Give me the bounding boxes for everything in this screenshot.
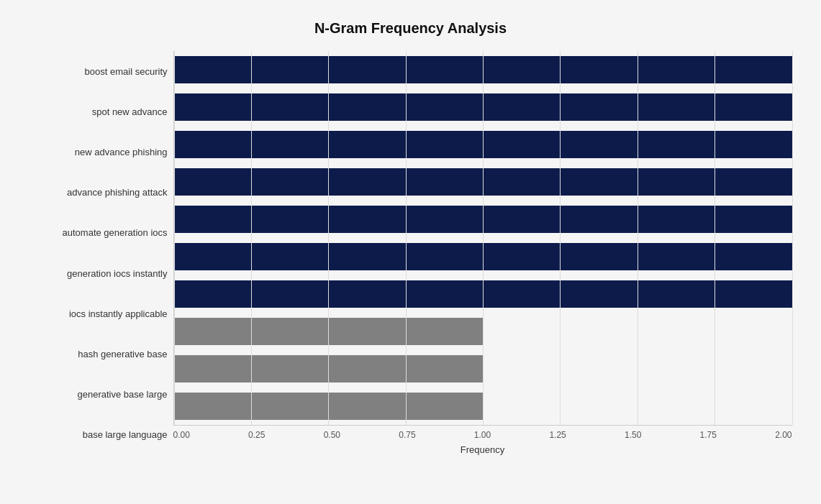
grid-line [792, 51, 793, 425]
y-axis: boost email securityspot new advancenew … [30, 51, 173, 455]
y-label: spot new advance [30, 93, 168, 130]
y-label: automate generation iocs [30, 214, 168, 252]
x-tick: 0.75 [399, 430, 415, 440]
chart-title: N-Gram Frequency Analysis [30, 20, 792, 37]
chart-area: boost email securityspot new advancenew … [30, 51, 792, 455]
y-label: generative base large [30, 376, 168, 413]
bars-and-x: 0.000.250.500.751.001.251.501.752.00 Fre… [173, 51, 792, 455]
grid-line [174, 51, 175, 425]
x-axis: 0.000.250.500.751.001.251.501.752.00 [173, 425, 792, 440]
y-label: new advance phishing [30, 133, 168, 170]
y-label: iocs instantly applicable [30, 295, 168, 332]
x-tick: 2.00 [775, 430, 791, 440]
y-label: generation iocs instantly [30, 255, 168, 292]
x-axis-label: Frequency [173, 444, 792, 455]
y-label: hash generative base [30, 335, 168, 372]
x-tick: 0.00 [173, 430, 190, 440]
grid-line [560, 51, 561, 425]
grid-line [251, 51, 252, 425]
x-tick: 0.25 [248, 430, 265, 440]
grid-line [328, 51, 329, 425]
chart-container: N-Gram Frequency Analysis boost email se… [15, 6, 807, 498]
x-tick: 1.00 [474, 430, 491, 440]
grid-line [483, 51, 484, 425]
x-tick: 0.50 [324, 430, 340, 440]
x-tick: 1.50 [625, 430, 641, 440]
grid-line [715, 51, 715, 425]
y-label: boost email security [30, 52, 168, 90]
y-label: base large language [30, 416, 168, 454]
grid-line [406, 51, 407, 425]
bars-section [173, 51, 792, 425]
grid-line [638, 51, 638, 425]
y-label: advance phishing attack [30, 174, 168, 211]
x-tick: 1.25 [549, 430, 566, 440]
x-tick: 1.75 [700, 430, 717, 440]
